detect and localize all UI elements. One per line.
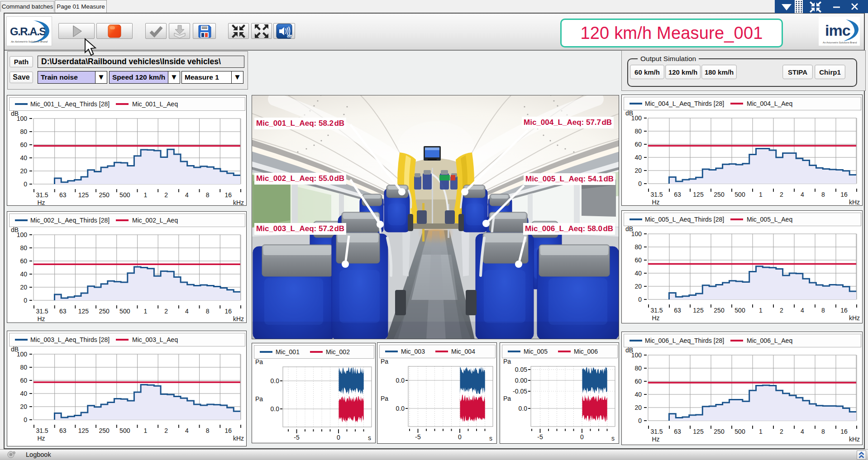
svg-text:80: 80 [634, 365, 642, 372]
svg-text:40: 40 [20, 270, 27, 278]
svg-text:60: 60 [20, 377, 27, 384]
svg-text:40: 40 [20, 390, 27, 397]
svg-text:Mic_001_L_Aeq: Mic_001_L_Aeq [132, 100, 178, 108]
svg-text:250: 250 [714, 191, 725, 198]
svg-text:4: 4 [185, 191, 189, 199]
svg-text:Pa: Pa [503, 358, 511, 365]
svg-text:Mic_001_L_Aeq_Thirds [28]: Mic_001_L_Aeq_Thirds [28] [30, 100, 110, 108]
svg-text:2: 2 [780, 191, 783, 198]
svg-text:An Axiometrix Solutions Brand: An Axiometrix Solutions Brand [823, 41, 857, 44]
svg-text:63: 63 [674, 191, 681, 198]
svg-text:0: 0 [337, 434, 340, 441]
svg-text:100: 100 [631, 351, 642, 359]
svg-text:31.5: 31.5 [36, 308, 48, 315]
svg-text:Pa: Pa [255, 358, 263, 365]
svg-text:31.5: 31.5 [650, 428, 663, 435]
svg-text:31.5: 31.5 [650, 191, 663, 198]
svg-text:20: 20 [20, 284, 27, 291]
svg-text:80: 80 [20, 128, 27, 135]
svg-text:4: 4 [801, 428, 804, 435]
svg-text:Mic_002_L_Aeq_Thirds [28]: Mic_002_L_Aeq_Thirds [28] [30, 217, 110, 224]
svg-text:125: 125 [693, 428, 704, 435]
svg-text:16: 16 [225, 427, 232, 434]
svg-text:31.5: 31.5 [650, 307, 663, 314]
svg-text:s: s [368, 434, 371, 441]
svg-text:-5: -5 [294, 434, 300, 441]
svg-text:Pa: Pa [381, 395, 388, 402]
svg-text:0.00: 0.00 [515, 377, 527, 384]
svg-text:40: 40 [20, 154, 27, 161]
svg-text:60: 60 [20, 257, 27, 265]
svg-text:125: 125 [693, 191, 704, 198]
svg-text:80: 80 [634, 243, 642, 251]
svg-text:kHz: kHz [849, 436, 860, 443]
svg-text:Mic_002_L_Aeq: Mic_002_L_Aeq [132, 217, 178, 224]
svg-text:0: 0 [638, 417, 642, 424]
svg-text:kHz: kHz [233, 199, 244, 206]
svg-text:-0.05: -0.05 [513, 388, 527, 395]
svg-text:0: 0 [580, 433, 584, 441]
svg-text:Mic_005: Mic_005 [524, 348, 548, 355]
svg-text:60: 60 [634, 141, 642, 148]
svg-text:500: 500 [734, 428, 745, 435]
svg-text:250: 250 [714, 307, 725, 314]
svg-text:8: 8 [821, 191, 825, 198]
svg-text:60: 60 [20, 141, 27, 148]
svg-text:0.0: 0.0 [271, 377, 280, 384]
svg-text:Hz: Hz [37, 199, 45, 206]
svg-text:Mic_003: Mic_003 [401, 348, 425, 355]
svg-text:20: 20 [20, 167, 27, 175]
svg-text:0.0: 0.0 [396, 377, 405, 384]
svg-text:Mic_003_L_Aeq: Mic_003_L_Aeq [132, 336, 178, 343]
svg-text:80: 80 [20, 364, 27, 371]
svg-text:500: 500 [734, 307, 745, 314]
svg-text:Pa: Pa [255, 395, 263, 403]
svg-text:125: 125 [78, 427, 89, 434]
svg-text:1: 1 [759, 428, 763, 435]
svg-text:500: 500 [119, 308, 130, 315]
svg-text:0: 0 [458, 433, 462, 441]
svg-text:kHz: kHz [849, 314, 860, 322]
svg-text:125: 125 [78, 308, 89, 315]
svg-text:Hz: Hz [652, 314, 659, 322]
svg-text:125: 125 [78, 191, 89, 199]
svg-text:0: 0 [24, 180, 27, 188]
svg-text:20: 20 [634, 404, 642, 411]
svg-text:Mic_006_L_Aeq: Mic_006_L_Aeq [747, 337, 792, 344]
svg-text:63: 63 [59, 191, 67, 199]
svg-text:4: 4 [185, 427, 189, 434]
svg-text:250: 250 [714, 428, 725, 435]
svg-text:250: 250 [99, 427, 110, 434]
svg-text:63: 63 [59, 427, 67, 434]
svg-text:63: 63 [59, 308, 67, 315]
svg-text:63: 63 [674, 307, 681, 314]
svg-text:40: 40 [634, 391, 642, 398]
svg-text:-5: -5 [415, 433, 421, 441]
svg-text:500: 500 [734, 191, 745, 198]
svg-text:8: 8 [821, 428, 825, 435]
svg-text:G.R.A.S: G.R.A.S [10, 25, 46, 38]
svg-text:Hz: Hz [652, 199, 659, 206]
svg-text:500: 500 [119, 191, 130, 199]
svg-text:80: 80 [20, 244, 27, 251]
svg-text:Mic_005_L_Aeq: Mic_005_L_Aeq [747, 216, 792, 223]
svg-text:60: 60 [634, 256, 642, 264]
svg-text:Hz: Hz [37, 315, 45, 322]
svg-text:16: 16 [225, 308, 232, 315]
svg-text:60: 60 [634, 378, 642, 385]
svg-text:Mic_004: Mic_004 [451, 348, 475, 355]
svg-text:4: 4 [801, 307, 804, 314]
svg-text:8: 8 [206, 427, 210, 434]
svg-text:40: 40 [634, 154, 642, 161]
svg-text:s: s [611, 435, 615, 442]
svg-text:kHz: kHz [849, 199, 860, 206]
svg-text:4: 4 [185, 308, 189, 315]
svg-text:80: 80 [634, 128, 642, 135]
svg-text:1: 1 [144, 308, 148, 315]
svg-text:kHz: kHz [233, 315, 244, 322]
svg-text:2: 2 [164, 191, 168, 199]
svg-text:Mic_005_L_Aeq_Thirds [28]: Mic_005_L_Aeq_Thirds [28] [645, 216, 724, 223]
svg-text:Mic_006_L_Aeq_Thirds [28]: Mic_006_L_Aeq_Thirds [28] [645, 337, 724, 344]
svg-text:0: 0 [638, 296, 642, 303]
svg-text:16: 16 [840, 191, 848, 198]
